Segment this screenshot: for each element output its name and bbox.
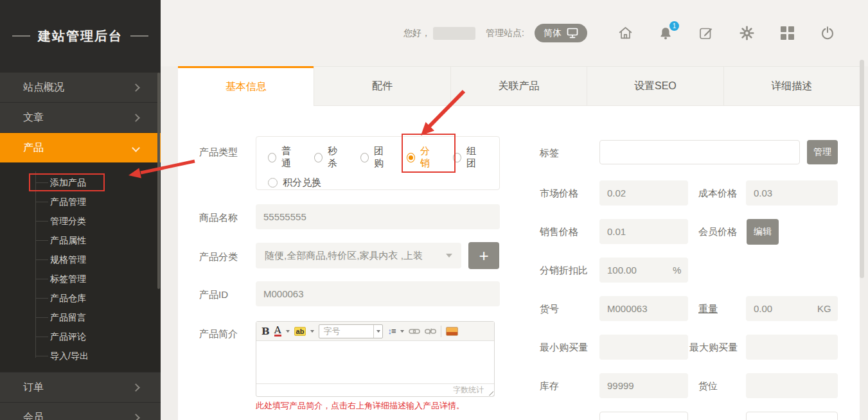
location-label: 货位: [698, 380, 718, 392]
percent-suffix: %: [673, 265, 681, 276]
submenu-item-add-product[interactable]: 添加产品: [0, 173, 161, 192]
sidebar-item-members[interactable]: 会员: [0, 402, 161, 420]
radio-icon: [314, 153, 323, 162]
partial-input-left[interactable]: [599, 412, 688, 420]
insert-image-button[interactable]: [446, 327, 458, 336]
radio-group-buy[interactable]: 团购: [360, 145, 390, 170]
bold-button[interactable]: B: [261, 326, 270, 337]
language-label: 简体: [544, 28, 562, 39]
chevron-right-icon: [132, 83, 140, 92]
compose-button[interactable]: [698, 25, 714, 42]
main-content-card: 基本信息 配件 关联产品 设置SEO 详细描述 产品类型 普通 秒杀 团购 分销…: [178, 66, 860, 420]
partial-input-right[interactable]: [746, 412, 838, 420]
product-type-label: 产品类型: [199, 146, 238, 159]
products-submenu: 添加产品 产品管理 管理分类 产品属性 规格管理 标签管理 产品仓库 产品留言 …: [0, 162, 161, 372]
submenu-item-manage-categories[interactable]: 管理分类: [0, 211, 161, 231]
chevron-down-icon: [446, 254, 452, 258]
tag-label: 标签: [540, 147, 559, 159]
tag-input[interactable]: [599, 140, 800, 164]
font-color-button[interactable]: A: [274, 326, 281, 337]
settings-button[interactable]: [738, 25, 755, 42]
add-category-button[interactable]: +: [468, 242, 499, 269]
link-icon[interactable]: [409, 327, 420, 336]
product-name-label: 商品名称: [199, 212, 238, 224]
logout-button[interactable]: [819, 25, 836, 42]
tab-related-products[interactable]: 关联产品: [450, 66, 587, 106]
radio-flash-sale[interactable]: 秒杀: [314, 145, 344, 170]
chevron-down-icon: [132, 144, 140, 152]
market-price-input[interactable]: [599, 180, 688, 206]
stock-input[interactable]: [599, 373, 688, 398]
editor-text-area[interactable]: [256, 341, 494, 383]
product-type-group: 普通 秒杀 团购 分销 组团 积分兑换: [256, 136, 500, 190]
notifications-button[interactable]: 1: [657, 25, 674, 42]
sidebar-item-articles[interactable]: 文章: [0, 102, 161, 132]
edit-member-price-button[interactable]: 编辑: [747, 219, 779, 245]
app-title: 建站管理后台: [38, 28, 123, 45]
radio-points-exchange[interactable]: 积分兑换: [268, 177, 321, 189]
radio-normal[interactable]: 普通: [268, 145, 297, 170]
apps-button[interactable]: [779, 25, 795, 42]
editor-toolbar: B A ab 字号 ↕ ≡: [256, 322, 494, 341]
sale-price-label: 销售价格: [540, 226, 578, 238]
item-no-input[interactable]: [599, 296, 688, 321]
radio-icon: [268, 178, 278, 188]
product-id-input[interactable]: [256, 281, 500, 306]
min-purchase-input[interactable]: [599, 335, 688, 360]
cost-price-input[interactable]: [746, 180, 838, 206]
member-price-label: 会员价格: [698, 226, 737, 238]
radio-team-buy[interactable]: 组团: [453, 145, 483, 170]
tab-basic-info[interactable]: 基本信息: [178, 66, 314, 106]
submenu-item-spec-management[interactable]: 规格管理: [0, 250, 161, 269]
sidebar-item-site-overview[interactable]: 站点概况: [0, 72, 161, 102]
submenu-item-product-messages[interactable]: 产品留言: [0, 308, 161, 327]
sidebar-item-products[interactable]: 产品: [0, 132, 161, 162]
lines-icon: ≡: [391, 326, 396, 336]
line-height-button[interactable]: ↕ ≡: [387, 326, 396, 336]
location-input[interactable]: [746, 373, 838, 398]
max-purchase-label: 最大购买量: [689, 342, 738, 354]
unlink-icon[interactable]: [425, 327, 436, 336]
submenu-item-import-export[interactable]: 导入/导出: [0, 346, 161, 365]
submenu-item-tag-management[interactable]: 标签管理: [0, 269, 161, 288]
sidebar-item-orders[interactable]: 订单: [0, 372, 161, 402]
product-category-select[interactable]: 随便,全部商品,特价区,家具内衣 ,上装: [256, 243, 461, 268]
sidebar-scrollbar[interactable]: [157, 73, 160, 289]
min-purchase-label: 最小购买量: [540, 342, 588, 354]
product-intro-label: 产品简介: [199, 328, 238, 340]
weight-label: 重量: [698, 303, 718, 315]
language-switch-button[interactable]: 简体: [535, 24, 587, 42]
font-size-caret: [373, 325, 382, 338]
home-button[interactable]: [617, 25, 633, 42]
submenu-item-product-warehouse[interactable]: 产品仓库: [0, 288, 161, 308]
toolbar-separator: [441, 326, 441, 337]
submenu-item-product-reviews[interactable]: 产品评论: [0, 327, 161, 346]
sale-price-input[interactable]: [599, 219, 688, 244]
manage-tags-button[interactable]: 管理: [807, 140, 838, 164]
radio-row-2: 积分兑换: [256, 170, 499, 189]
gear-icon: [739, 25, 755, 41]
font-size-select[interactable]: 字号: [319, 324, 383, 338]
tab-detailed-description[interactable]: 详细描述: [723, 66, 860, 106]
font-color-caret[interactable]: [286, 330, 290, 333]
line-height-caret[interactable]: [400, 330, 404, 333]
highlight-caret[interactable]: [310, 330, 314, 333]
submenu-item-product-management[interactable]: 产品管理: [0, 192, 161, 211]
resize-grip[interactable]: [486, 389, 493, 396]
sidebar-item-label: 会员: [23, 411, 44, 420]
submenu-item-product-attributes[interactable]: 产品属性: [0, 231, 161, 250]
page-scrollbar[interactable]: [860, 60, 864, 278]
tab-seo-settings[interactable]: 设置SEO: [587, 66, 723, 106]
category-value: 随便,全部商品,特价区,家具内衣 ,上装: [265, 250, 423, 262]
product-name-input[interactable]: [256, 204, 500, 229]
rich-text-editor: B A ab 字号 ↕ ≡: [256, 321, 495, 397]
highlight-button[interactable]: ab: [294, 327, 306, 336]
product-category-label: 产品分类: [199, 251, 238, 263]
radio-distribution[interactable]: 分销: [407, 145, 436, 170]
chevron-right-icon: [132, 114, 140, 122]
max-purchase-input[interactable]: [746, 335, 838, 360]
distribution-ratio-label: 分销折扣比: [540, 265, 588, 277]
stock-label: 库存: [540, 380, 559, 392]
tab-accessories[interactable]: 配件: [314, 66, 450, 106]
edit-icon: [698, 26, 714, 41]
